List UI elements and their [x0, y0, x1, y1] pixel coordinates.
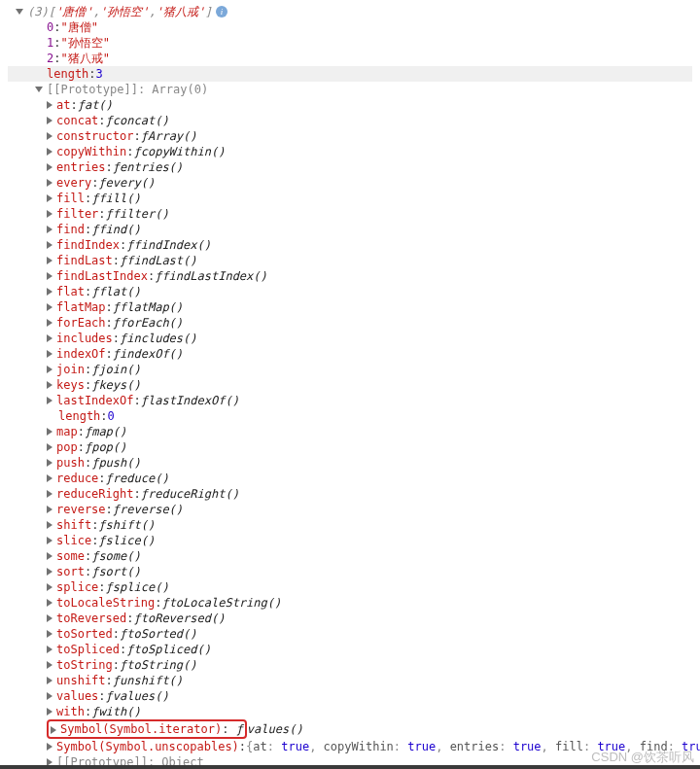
- proto-method[interactable]: every: ƒ every(): [8, 175, 692, 191]
- proto-method[interactable]: push: ƒ push(): [8, 455, 692, 471]
- expand-icon[interactable]: [47, 708, 52, 716]
- expand-icon[interactable]: [47, 303, 52, 311]
- proto-method[interactable]: entries: ƒ entries(): [8, 159, 692, 175]
- method-name: some: [56, 548, 85, 564]
- info-icon[interactable]: i: [216, 6, 228, 17]
- array-item[interactable]: 0: "唐僧": [8, 19, 692, 35]
- expand-icon[interactable]: [47, 661, 52, 669]
- proto-method[interactable]: concat: ƒ concat(): [8, 113, 692, 128]
- proto-method[interactable]: keys: ƒ keys(): [8, 377, 692, 393]
- proto-method[interactable]: flat: ƒ flat(): [8, 284, 692, 299]
- proto-method[interactable]: toSpliced: ƒ toSpliced(): [8, 642, 692, 657]
- proto-method[interactable]: at: ƒ at(): [8, 97, 692, 113]
- expand-icon[interactable]: [47, 397, 52, 404]
- function-glyph: ƒ: [141, 486, 148, 502]
- length-row[interactable]: length: 3: [8, 66, 692, 82]
- method-name: join: [56, 362, 85, 377]
- proto-method[interactable]: map: ƒ map(): [8, 424, 692, 439]
- expand-icon[interactable]: [47, 552, 52, 560]
- proto-method[interactable]: toReversed: ƒ toReversed(): [8, 611, 692, 626]
- expand-icon[interactable]: [47, 179, 52, 187]
- proto-method[interactable]: flatMap: ƒ flatMap(): [8, 299, 692, 315]
- expand-icon[interactable]: [47, 614, 52, 622]
- expand-icon[interactable]: [47, 334, 52, 342]
- expand-icon[interactable]: [47, 117, 52, 124]
- expand-icon[interactable]: [47, 743, 52, 751]
- proto-method[interactable]: fill: ƒ fill(): [8, 191, 692, 206]
- proto-method[interactable]: toString: ƒ toString(): [8, 657, 692, 673]
- expand-icon[interactable]: [47, 506, 52, 513]
- expand-icon[interactable]: [47, 583, 52, 591]
- function-glyph: ƒ: [141, 393, 148, 408]
- expand-icon[interactable]: [47, 272, 52, 280]
- expand-icon[interactable]: [47, 443, 52, 451]
- proto-method[interactable]: some: ƒ some(): [8, 548, 692, 564]
- expand-icon[interactable]: [47, 646, 52, 653]
- array-item[interactable]: 1: "孙悟空": [8, 35, 692, 51]
- proto-method[interactable]: forEach: ƒ forEach(): [8, 315, 692, 331]
- expand-icon[interactable]: [47, 148, 52, 156]
- expand-icon[interactable]: [47, 288, 52, 296]
- expand-icon[interactable]: [47, 521, 52, 529]
- proto-method[interactable]: with: ƒ with(): [8, 704, 692, 719]
- function-glyph: ƒ: [133, 611, 140, 626]
- proto-method[interactable]: reduce: ƒ reduce(): [8, 471, 692, 486]
- expand-icon[interactable]: [35, 87, 43, 92]
- proto-method[interactable]: pop: ƒ pop(): [8, 439, 692, 455]
- array-item[interactable]: 2: "猪八戒": [8, 51, 692, 66]
- method-sig: toSorted(): [126, 626, 196, 642]
- proto-method[interactable]: toSorted: ƒ toSorted(): [8, 626, 692, 642]
- expand-icon[interactable]: [47, 132, 52, 140]
- proto-method[interactable]: reduceRight: ƒ reduceRight(): [8, 486, 692, 502]
- proto-method[interactable]: sort: ƒ sort(): [8, 564, 692, 579]
- expand-icon[interactable]: [47, 241, 52, 249]
- proto-method[interactable]: filter: ƒ filter(): [8, 206, 692, 222]
- proto-method[interactable]: splice: ƒ splice(): [8, 579, 692, 595]
- expand-icon[interactable]: [47, 474, 52, 482]
- expand-icon[interactable]: [47, 459, 52, 467]
- proto-method[interactable]: shift: ƒ shift(): [8, 517, 692, 533]
- expand-icon[interactable]: [47, 381, 52, 389]
- symbol-unscopables-row[interactable]: Symbol(Symbol.unscopables): {at: true, c…: [8, 739, 692, 754]
- method-name: toString: [56, 657, 113, 673]
- symbol-iterator-row[interactable]: Symbol(Symbol.iterator): ƒ values(): [8, 719, 692, 739]
- proto-method[interactable]: slice: ƒ slice(): [8, 533, 692, 548]
- expand-icon[interactable]: [51, 726, 56, 734]
- expand-icon[interactable]: [47, 677, 52, 684]
- expand-icon[interactable]: [47, 101, 52, 109]
- proto-method[interactable]: findIndex: ƒ findIndex(): [8, 237, 692, 253]
- expand-icon[interactable]: [47, 692, 52, 700]
- expand-icon[interactable]: [47, 226, 52, 233]
- proto-method[interactable]: find: ƒ find(): [8, 222, 692, 237]
- proto-method[interactable]: lastIndexOf: ƒ lastIndexOf(): [8, 393, 692, 408]
- expand-icon[interactable]: [47, 428, 52, 436]
- expand-icon[interactable]: [16, 9, 23, 15]
- proto-method[interactable]: copyWithin: ƒ copyWithin(): [8, 144, 692, 159]
- proto-method[interactable]: constructor: ƒ Array(): [8, 128, 692, 144]
- proto-method[interactable]: toLocaleString: ƒ toLocaleString(): [8, 595, 692, 611]
- expand-icon[interactable]: [47, 210, 52, 218]
- expand-icon[interactable]: [47, 630, 52, 638]
- proto-length-row[interactable]: length: 0: [8, 408, 692, 424]
- proto-method[interactable]: includes: ƒ includes(): [8, 331, 692, 346]
- expand-icon[interactable]: [47, 350, 52, 358]
- expand-icon[interactable]: [47, 568, 52, 576]
- expand-icon[interactable]: [47, 366, 52, 373]
- proto-method[interactable]: findLast: ƒ findLast(): [8, 253, 692, 268]
- proto-method[interactable]: reverse: ƒ reverse(): [8, 502, 692, 517]
- proto-method[interactable]: indexOf: ƒ indexOf(): [8, 346, 692, 362]
- expand-icon[interactable]: [47, 319, 52, 327]
- proto-method[interactable]: findLastIndex: ƒ findLastIndex(): [8, 268, 692, 284]
- method-name: sort: [56, 564, 85, 579]
- expand-icon[interactable]: [47, 490, 52, 498]
- expand-icon[interactable]: [47, 194, 52, 202]
- prototype-header[interactable]: [[Prototype]]: Array(0): [8, 82, 692, 97]
- expand-icon[interactable]: [47, 599, 52, 607]
- proto-method[interactable]: join: ƒ join(): [8, 362, 692, 377]
- expand-icon[interactable]: [47, 257, 52, 264]
- expand-icon[interactable]: [47, 537, 52, 544]
- array-summary[interactable]: (3) ['唐僧', '孙悟空', '猪八戒']i: [8, 4, 692, 19]
- proto-method[interactable]: values: ƒ values(): [8, 688, 692, 704]
- expand-icon[interactable]: [47, 163, 52, 171]
- proto-method[interactable]: unshift: ƒ unshift(): [8, 673, 692, 688]
